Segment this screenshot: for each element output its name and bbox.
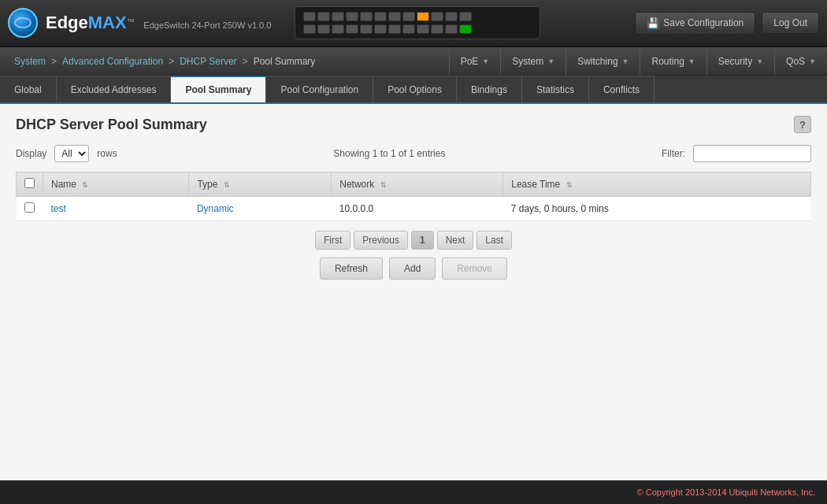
remove-button[interactable]: Remove bbox=[442, 258, 507, 280]
nav-qos-label: QoS bbox=[786, 56, 805, 67]
nav-system-label: System bbox=[512, 56, 543, 67]
next-page-button[interactable]: Next bbox=[437, 231, 474, 250]
add-button[interactable]: Add bbox=[389, 258, 436, 280]
tab-pool-options[interactable]: Pool Options bbox=[373, 76, 457, 102]
navbar: System > Advanced Configuration > DHCP S… bbox=[0, 47, 827, 76]
row-network-value: 10.0.0.0 bbox=[339, 203, 373, 214]
port-16 bbox=[346, 24, 358, 34]
tab-global-label: Global bbox=[14, 84, 42, 95]
showing-text: Showing 1 to 1 of 1 entries bbox=[125, 148, 654, 159]
port-24 bbox=[459, 24, 472, 34]
main-content: DHCP Server Pool Summary ? Display All 1… bbox=[0, 104, 827, 480]
breadcrumb-sep-2: > bbox=[169, 56, 174, 67]
header-buttons: 💾 Save Configuration Log Out bbox=[635, 12, 819, 35]
save-config-button[interactable]: 💾 Save Configuration bbox=[635, 12, 755, 35]
chevron-down-icon: ▼ bbox=[547, 57, 554, 65]
tab-conflicts-label: Conflicts bbox=[603, 84, 640, 95]
action-buttons: Refresh Add Remove bbox=[16, 258, 811, 280]
nav-item-qos[interactable]: QoS ▼ bbox=[774, 47, 827, 75]
nav-switching-label: Switching bbox=[577, 56, 617, 67]
rows-label: rows bbox=[97, 148, 117, 159]
brand-max: MAX bbox=[88, 13, 127, 32]
tab-excluded-label: Excluded Addresses bbox=[71, 84, 157, 95]
port-9 bbox=[417, 12, 429, 21]
row-name-cell: test bbox=[43, 197, 189, 221]
logo-text: EdgeMAX™ EdgeSwitch 24-Port 250W v1.0.0 bbox=[46, 13, 271, 33]
logo-icon bbox=[8, 8, 38, 38]
tab-pool-configuration[interactable]: Pool Configuration bbox=[266, 76, 373, 102]
col-type-label: Type bbox=[197, 179, 217, 190]
save-config-label: Save Configuration bbox=[663, 17, 744, 28]
port-23 bbox=[445, 24, 458, 34]
nav-item-poe[interactable]: PoE ▼ bbox=[449, 47, 501, 75]
logout-label: Log Out bbox=[773, 17, 807, 28]
previous-page-button[interactable]: Previous bbox=[354, 231, 408, 250]
row-name-link[interactable]: test bbox=[51, 203, 66, 214]
table-header-lease-time[interactable]: Lease Time ⇅ bbox=[503, 172, 811, 197]
row-checkbox[interactable] bbox=[24, 202, 35, 213]
nav-item-security[interactable]: Security ▼ bbox=[706, 47, 774, 75]
port-6 bbox=[374, 12, 387, 21]
tab-pool-config-label: Pool Configuration bbox=[280, 84, 358, 95]
tab-global[interactable]: Global bbox=[0, 76, 57, 102]
table-row: test Dynamic 10.0.0.0 7 days, 0 hours, 0… bbox=[17, 197, 811, 221]
port-3 bbox=[332, 12, 344, 21]
table-body: test Dynamic 10.0.0.0 7 days, 0 hours, 0… bbox=[17, 197, 811, 221]
nav-item-system[interactable]: System ▼ bbox=[500, 47, 566, 75]
select-all-checkbox[interactable] bbox=[24, 178, 35, 188]
breadcrumb-current: Pool Summary bbox=[254, 56, 316, 67]
display-label: Display bbox=[16, 148, 46, 159]
tab-statistics[interactable]: Statistics bbox=[522, 76, 589, 102]
breadcrumb-dhcp[interactable]: DHCP Server bbox=[180, 56, 236, 67]
data-table: Name ⇅ Type ⇅ Network ⇅ Lease Time ⇅ bbox=[16, 172, 811, 221]
nav-routing-label: Routing bbox=[651, 56, 684, 67]
chevron-down-icon: ▼ bbox=[482, 57, 489, 65]
tab-bindings-label: Bindings bbox=[471, 84, 507, 95]
current-page-button[interactable]: 1 bbox=[411, 231, 434, 250]
nav-item-switching[interactable]: Switching ▼ bbox=[566, 47, 640, 75]
table-header-type[interactable]: Type ⇅ bbox=[189, 172, 332, 197]
nav-security-label: Security bbox=[718, 56, 752, 67]
port-10 bbox=[431, 12, 443, 21]
header: EdgeMAX™ EdgeSwitch 24-Port 250W v1.0.0 bbox=[0, 0, 827, 47]
row-checkbox-cell bbox=[17, 197, 43, 221]
display-select[interactable]: All 10 25 50 bbox=[54, 145, 89, 162]
logout-button[interactable]: Log Out bbox=[762, 12, 819, 34]
nav-poe-label: PoE bbox=[461, 56, 479, 67]
first-page-button[interactable]: First bbox=[315, 231, 350, 250]
table-header-network[interactable]: Network ⇅ bbox=[332, 172, 503, 197]
port-14 bbox=[317, 24, 330, 34]
refresh-button[interactable]: Refresh bbox=[320, 258, 383, 280]
tab-bindings[interactable]: Bindings bbox=[457, 76, 522, 102]
breadcrumb-advanced[interactable]: Advanced Configuration bbox=[62, 56, 163, 67]
tab-conflicts[interactable]: Conflicts bbox=[589, 76, 655, 102]
model-label: EdgeSwitch 24-Port 250W v1.0.0 bbox=[143, 20, 271, 30]
tab-pool-options-label: Pool Options bbox=[388, 84, 442, 95]
controls-row: Display All 10 25 50 rows Showing 1 to 1… bbox=[16, 145, 811, 162]
tab-pool-summary[interactable]: Pool Summary bbox=[171, 76, 266, 102]
chevron-down-icon: ▼ bbox=[622, 57, 629, 65]
table-header-name[interactable]: Name ⇅ bbox=[43, 172, 189, 197]
sort-icon: ⇅ bbox=[82, 181, 88, 189]
row-lease-time-cell: 7 days, 0 hours, 0 mins bbox=[503, 197, 811, 221]
help-button[interactable]: ? bbox=[794, 116, 811, 133]
port-17 bbox=[360, 24, 373, 34]
tab-pool-summary-label: Pool Summary bbox=[185, 84, 251, 95]
chevron-down-icon: ▼ bbox=[688, 57, 695, 65]
brand-edge: Edge bbox=[46, 13, 88, 32]
port-group bbox=[303, 12, 532, 34]
chevron-down-icon: ▼ bbox=[756, 57, 763, 65]
table-header-checkbox bbox=[17, 172, 43, 197]
top-nav: PoE ▼ System ▼ Switching ▼ Routing ▼ Sec… bbox=[449, 47, 827, 75]
row-type-cell: Dynamic bbox=[189, 197, 332, 221]
sort-icon: ⇅ bbox=[566, 181, 573, 189]
last-page-button[interactable]: Last bbox=[477, 231, 512, 250]
filter-input[interactable] bbox=[693, 145, 811, 162]
tab-excluded-addresses[interactable]: Excluded Addresses bbox=[57, 76, 172, 102]
nav-item-routing[interactable]: Routing ▼ bbox=[640, 47, 706, 75]
port-15 bbox=[332, 24, 344, 34]
content-area: DHCP Server Pool Summary ? Display All 1… bbox=[0, 104, 827, 480]
breadcrumb-system[interactable]: System bbox=[14, 56, 46, 67]
floppy-icon: 💾 bbox=[647, 17, 659, 29]
port-18 bbox=[374, 24, 387, 34]
